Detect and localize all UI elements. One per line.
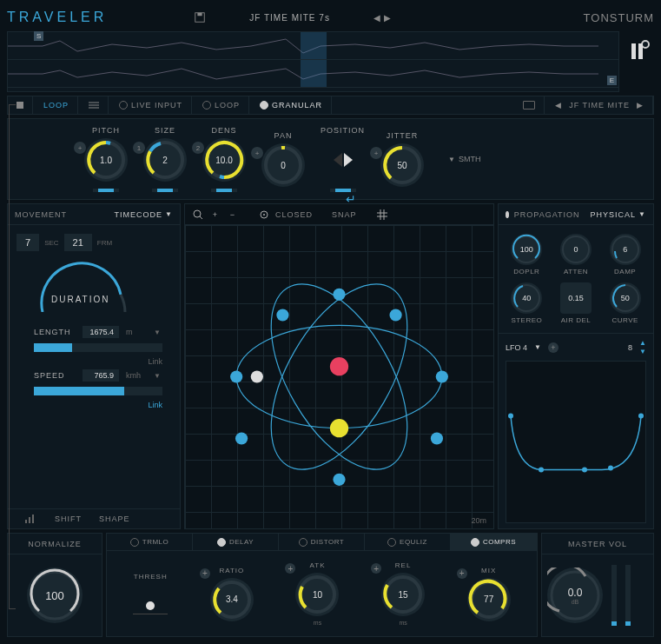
chevron-left-icon[interactable]: ◀ [555, 101, 562, 110]
pitch-control: PITCH + 1.0 [84, 126, 128, 192]
rate-up-icon[interactable]: ▲ [639, 339, 646, 347]
end-marker[interactable]: E [607, 76, 617, 85]
thresh-slider[interactable] [146, 601, 155, 610]
dropdown-icon[interactable]: ▼ [154, 372, 161, 380]
lfo-add-icon[interactable]: + [548, 342, 559, 353]
plus-icon[interactable]: + [200, 568, 210, 579]
preset-next-icon[interactable]: ▶ [384, 13, 391, 23]
loop-icon: ↵ [346, 192, 356, 206]
airdel-control: 0.15 AIR DEL [555, 282, 598, 324]
fx-main-panel: TRMLO DELAY DISTORT EQULIZ COMPRS THRESH… [106, 533, 538, 637]
list-button[interactable] [80, 96, 109, 114]
stereo-knob[interactable]: 40 [511, 282, 542, 314]
length-value[interactable]: 1675.4 [83, 326, 119, 338]
live-input-toggle[interactable]: LIVE INPUT [110, 96, 192, 114]
damp-knob[interactable]: 6 [610, 234, 641, 265]
dens-knob[interactable]: 10.0 [202, 138, 246, 182]
atk-knob[interactable]: 10 [295, 573, 339, 616]
seconds-value[interactable]: 7 [17, 234, 39, 251]
delay-tab[interactable]: DELAY [193, 534, 279, 550]
pitch-knob[interactable]: 1.0 [84, 138, 128, 182]
rel-value: 15 [399, 590, 408, 600]
svg-point-40 [508, 414, 513, 419]
speed-bar[interactable] [34, 387, 162, 395]
chevron-right-icon[interactable]: ▶ [637, 101, 644, 110]
save-icon[interactable] [194, 11, 206, 23]
doplr-knob[interactable]: 100 [511, 234, 542, 265]
dropdown-icon[interactable]: ▼ [154, 329, 161, 336]
jitter-knob[interactable]: 50 [380, 143, 424, 187]
normalize-knob[interactable]: 100 [27, 568, 83, 623]
pitch-mod-bar[interactable] [93, 189, 119, 192]
preset-prev-icon[interactable]: ◀ [373, 13, 380, 23]
master-knob[interactable]: 0.0 dB [547, 568, 603, 623]
snap-button[interactable]: SNAP [332, 210, 357, 219]
timecode-dropdown[interactable]: TIMECODE▼ [115, 210, 173, 219]
length-label: LENGTH [34, 328, 76, 336]
radio-icon[interactable] [506, 211, 509, 218]
lfo-section: LFO 4 ▼ + 8 ▲ ▼ [499, 333, 653, 528]
dropdown-icon[interactable]: ▼ [534, 343, 541, 351]
airdel-knob[interactable]: 0.15 [560, 282, 592, 314]
speed-value[interactable]: 765.9 [83, 369, 119, 382]
plus-icon[interactable]: + [371, 563, 381, 574]
propagation-mode-dropdown[interactable]: PHYSICAL▼ [591, 210, 646, 219]
loop-mode-toggle[interactable]: LOOP [194, 96, 249, 114]
zoom-in-icon[interactable]: + [209, 209, 221, 221]
preset-browser[interactable]: ◀ JF TIME MITE ▶ [546, 96, 653, 114]
shift-button[interactable]: SHIFT [55, 515, 82, 523]
shape-button[interactable]: SHAPE [99, 515, 130, 523]
rel-knob[interactable]: 15 [381, 573, 425, 616]
position-mod-bar[interactable]: ↵ [330, 189, 356, 192]
size-knob[interactable]: 2 [143, 138, 187, 182]
duration-arc[interactable] [25, 260, 129, 312]
plus-icon[interactable]: + [285, 563, 295, 574]
loop-button[interactable]: LOOP [35, 96, 78, 114]
pan-knob[interactable]: 0 [261, 143, 305, 187]
closed-icon[interactable] [258, 209, 270, 221]
equliz-tab[interactable]: EQULIZ [365, 534, 451, 550]
lfo-graph[interactable] [506, 361, 646, 523]
selection-region-2[interactable] [301, 60, 327, 87]
grid-icon[interactable] [376, 209, 388, 221]
jitter-label: JITTER [387, 131, 419, 140]
length-link[interactable]: Link [8, 357, 180, 366]
closed-button[interactable]: CLOSED [275, 210, 313, 219]
preset-name[interactable]: JF TIME MITE 7s [249, 13, 330, 23]
position-arrows[interactable] [334, 153, 353, 167]
curve-knob[interactable]: 50 [610, 282, 641, 314]
normalize-knob-wrap: 100 [8, 554, 102, 636]
dens-mod-bar[interactable] [211, 189, 237, 192]
length-bar[interactable] [34, 343, 162, 352]
smooth-dropdown[interactable]: ▼ SMTH [448, 155, 480, 163]
trmlo-tab[interactable]: TRMLO [107, 534, 193, 550]
selection-region[interactable] [301, 32, 327, 59]
plus-icon[interactable]: + [457, 568, 467, 579]
lfo-rate[interactable]: 8 [628, 343, 632, 352]
bars-icon[interactable] [25, 515, 37, 523]
atten-knob[interactable]: 0 [560, 234, 592, 265]
pause-button[interactable] [626, 41, 647, 62]
zoom-out-icon[interactable]: − [227, 209, 239, 221]
orbit-canvas[interactable]: 20m [185, 225, 493, 528]
frames-value[interactable]: 21 [64, 234, 92, 251]
mix-knob[interactable]: 77 [467, 578, 511, 621]
svg-point-31 [431, 432, 443, 444]
svg-point-26 [251, 370, 263, 382]
jitter-value: 50 [397, 161, 407, 170]
svg-point-28 [333, 474, 345, 486]
waveform-display[interactable]: S E [7, 31, 619, 92]
lfo-dropdown[interactable]: LFO 4 [506, 343, 527, 352]
ratio-knob[interactable]: 3.4 [210, 578, 254, 621]
comprs-tab[interactable]: COMPRS [451, 534, 537, 550]
speed-link[interactable]: Link [8, 401, 180, 409]
granular-toggle[interactable]: GRANULAR [251, 96, 332, 114]
folder-button[interactable] [514, 96, 545, 114]
size-mod-bar[interactable] [152, 189, 178, 192]
svg-point-33 [389, 309, 401, 321]
search-icon[interactable] [192, 209, 204, 221]
distort-tab[interactable]: DISTORT [279, 534, 365, 550]
radio-icon [471, 538, 479, 547]
stereo-control: 40 STEREO [506, 282, 548, 324]
rate-down-icon[interactable]: ▼ [639, 348, 646, 355]
